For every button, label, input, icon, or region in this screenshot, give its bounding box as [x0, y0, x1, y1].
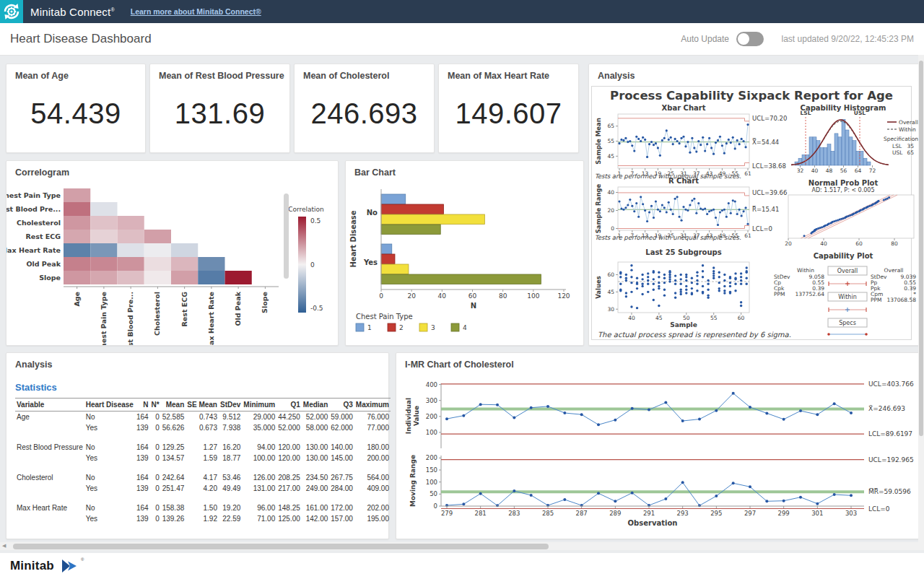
- kpi-value: 149.607: [439, 97, 578, 130]
- svg-text:No: No: [367, 209, 378, 217]
- auto-update-toggle[interactable]: [736, 32, 764, 46]
- table-cell: 53.46: [219, 472, 242, 483]
- table-cell: 139: [135, 453, 150, 463]
- svg-text:3: 3: [431, 324, 435, 331]
- imr-chart-panel: I-MR Chart of Cholesterol 100200300400UC…: [396, 352, 920, 539]
- svg-text:20: 20: [607, 207, 614, 214]
- svg-text:Observation: Observation: [628, 519, 678, 527]
- svg-text:120: 120: [557, 292, 570, 300]
- svg-text:45: 45: [607, 153, 614, 160]
- table-cell: Yes: [84, 422, 135, 433]
- svg-text:Normal Prob Plot: Normal Prob Plot: [808, 179, 879, 187]
- svg-text:289: 289: [609, 510, 621, 517]
- svg-text:0.5: 0.5: [310, 217, 321, 225]
- column-header: SE Mean: [186, 399, 219, 412]
- svg-text:Last 25 Subgroups: Last 25 Subgroups: [645, 248, 721, 256]
- svg-text:Capability Histogram: Capability Histogram: [801, 104, 886, 112]
- table-cell: 0: [150, 502, 161, 513]
- svg-text:20: 20: [785, 240, 792, 247]
- svg-text:Overall: Overall: [884, 267, 904, 274]
- table-cell: Cholesterol: [15, 472, 84, 483]
- svg-text:100: 100: [426, 479, 437, 486]
- svg-text:R Chart: R Chart: [668, 177, 699, 185]
- vertical-scrollbar-thumb[interactable]: [919, 61, 923, 436]
- table-cell: No: [84, 442, 135, 453]
- table-cell: 16.20: [219, 442, 242, 453]
- table-cell: 1.92: [186, 513, 219, 524]
- svg-text:Overall: Overall: [899, 119, 918, 126]
- svg-text:40: 40: [628, 315, 635, 321]
- svg-text:61: 61: [744, 170, 751, 177]
- vertical-scrollbar[interactable]: [918, 55, 924, 542]
- svg-text:USL: USL: [854, 110, 866, 116]
- table-cell: No: [84, 412, 135, 423]
- svg-text:65: 65: [607, 123, 614, 129]
- footer-brand-wordmark: Minitab: [10, 559, 54, 573]
- svg-text:60: 60: [607, 271, 614, 278]
- table-cell: Rest Blood Pressure: [15, 442, 84, 453]
- svg-text:AD: 1.517, P: < 0.005: AD: 1.517, P: < 0.005: [811, 187, 874, 193]
- table-row: CholesterolNo1640242.644.1753.46126.0020…: [15, 472, 391, 483]
- correlogram-scrollbar[interactable]: [284, 193, 289, 279]
- svg-text:299: 299: [778, 510, 790, 517]
- table-cell: 100.00: [242, 453, 276, 463]
- table-cell: 284.00: [329, 483, 354, 494]
- minitab-chevron-logo-icon: [62, 560, 79, 573]
- correlogram-panel: Correlogram Chest Pain TypeRest Blood Pr…: [6, 160, 339, 346]
- auto-update-label: Auto Update: [681, 34, 729, 44]
- svg-text:USL: USL: [892, 149, 903, 156]
- learn-more-link[interactable]: Learn more about Minitab Connect®: [131, 7, 261, 16]
- svg-text:297: 297: [744, 510, 756, 517]
- table-cell: 4.20: [186, 483, 219, 494]
- svg-text:285: 285: [542, 510, 554, 517]
- svg-text:Rest ECG: Rest ECG: [25, 232, 61, 240]
- table-cell: 0.673: [186, 422, 219, 433]
- panel-title: Analysis: [15, 360, 52, 370]
- svg-text:293: 293: [677, 510, 689, 517]
- table-cell: 139: [135, 483, 150, 494]
- table-cell: 164: [135, 412, 150, 423]
- table-cell: 267.75: [329, 472, 354, 483]
- svg-text:150: 150: [426, 466, 437, 474]
- top-navbar: Minitab Connect® Learn more about Minita…: [0, 0, 924, 23]
- column-header: Variable: [15, 399, 84, 412]
- svg-text:Overall: Overall: [837, 268, 858, 274]
- table-row: AgeNo164052.5850.7439.51229.00044.25052.…: [15, 412, 391, 423]
- svg-text:279: 279: [441, 510, 453, 517]
- registered-mark: ®: [110, 7, 114, 12]
- svg-text:55: 55: [710, 315, 718, 321]
- table-cell: 0: [150, 442, 161, 453]
- svg-text:287: 287: [576, 510, 588, 517]
- svg-text:65: 65: [907, 149, 914, 156]
- svg-text:45: 45: [655, 315, 663, 321]
- svg-text:20: 20: [407, 292, 416, 300]
- table-cell: 56.626: [161, 422, 186, 433]
- table-cell: 125.00: [276, 513, 302, 524]
- svg-text:Yes: Yes: [363, 258, 378, 266]
- table-cell: Age: [15, 412, 84, 423]
- statistics-section-title: Statistics: [15, 382, 57, 393]
- svg-text:55: 55: [607, 138, 614, 144]
- kpi-card-mean-max-hr: Mean of Max Heart Rate 149.607: [438, 64, 579, 153]
- heart-disease-bar-chart: NoYes020406080100120NHeart DiseaseChest …: [346, 177, 583, 345]
- table-cell: 52.000: [302, 412, 329, 423]
- panel-title: Bar Chart: [354, 167, 396, 178]
- svg-text:Within: Within: [797, 267, 814, 274]
- table-cell: 1.27: [186, 442, 219, 453]
- svg-text:PPM: PPM: [774, 291, 785, 297]
- svg-text:1: 1: [367, 324, 372, 331]
- dashboard-page: Minitab Connect® Learn more about Minita…: [0, 0, 924, 579]
- statistics-table: VariableHeart DiseaseNN*MeanSE MeanStDev…: [15, 398, 391, 524]
- svg-text:80: 80: [499, 292, 507, 300]
- table-cell: 164: [135, 472, 150, 483]
- svg-text:61: 61: [744, 232, 751, 239]
- svg-text:Process Capability Sixpack Rep: Process Capability Sixpack Report for Ag…: [610, 89, 893, 103]
- horizontal-scrollbar[interactable]: ◀: [0, 542, 924, 550]
- svg-text:32: 32: [797, 167, 804, 174]
- horizontal-scrollbar-thumb[interactable]: [13, 544, 549, 549]
- table-header-row: VariableHeart DiseaseNN*MeanSE MeanStDev…: [15, 399, 391, 412]
- scroll-left-arrow-icon[interactable]: ◀: [2, 543, 6, 549]
- svg-text:Individual: Individual: [405, 398, 412, 434]
- page-footer: Minitab ®: [0, 553, 924, 579]
- svg-text:60: 60: [468, 292, 477, 300]
